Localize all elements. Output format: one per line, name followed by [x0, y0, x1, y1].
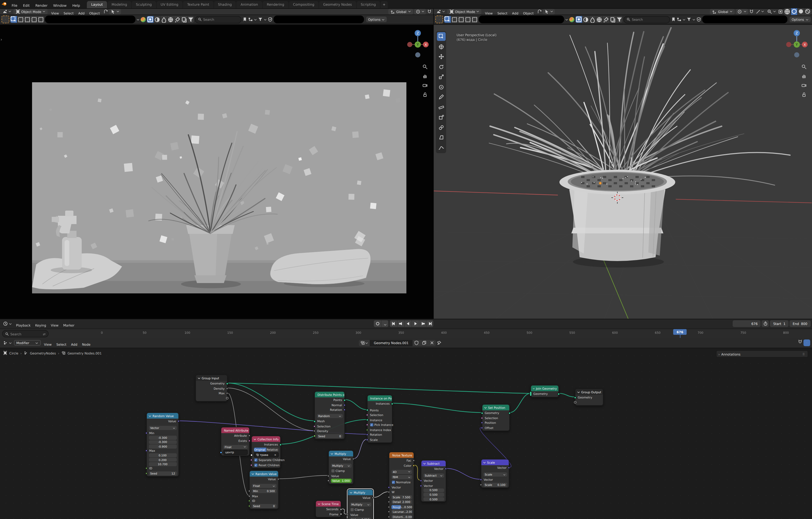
tool-transform[interactable] — [437, 83, 445, 91]
viewport-menu-view[interactable]: View — [483, 11, 495, 15]
tab-scripting[interactable]: Scripting — [356, 1, 380, 8]
tool-scale[interactable] — [437, 73, 445, 81]
dropdown-4d[interactable]: 4D — [391, 470, 412, 474]
field-seed[interactable]: Seed12 — [149, 471, 177, 475]
field-value[interactable]: Value1.000 — [331, 479, 351, 483]
camera-view-icon[interactable] — [801, 83, 806, 88]
node-header[interactable]: Group Output — [576, 389, 603, 395]
xray-toggle-icon[interactable] — [778, 9, 783, 14]
tab-sculpting[interactable]: Sculpting — [132, 1, 156, 8]
timeline-menu-keying[interactable]: Keying — [33, 324, 48, 327]
dropdown-multiply[interactable]: Multiply — [350, 503, 371, 507]
vector-component-field[interactable]: -0.300 — [149, 440, 177, 444]
gizmo-toggle[interactable] — [755, 9, 765, 14]
editor-type-button[interactable] — [2, 340, 13, 345]
vector-component-field[interactable]: 0.200 — [149, 458, 177, 462]
node-random-value-2[interactable]: Random ValueValueFloatMin0.500MaxIDSeed0 — [249, 470, 279, 509]
display-toggle-5[interactable] — [609, 16, 616, 23]
node-header[interactable]: Subtract — [422, 461, 446, 466]
dropdown-random[interactable]: Random — [317, 414, 343, 418]
select-mode-0[interactable] — [444, 16, 451, 23]
menu-render[interactable]: Render — [33, 4, 50, 8]
bookmark-icon[interactable] — [671, 17, 676, 22]
play-button[interactable] — [411, 320, 419, 327]
dropdown-vector[interactable]: Vector — [149, 426, 177, 430]
tool-move[interactable] — [437, 52, 445, 61]
tab-texture-paint[interactable]: Texture Paint — [183, 1, 213, 8]
viewport-menu-select[interactable]: Select — [61, 11, 76, 15]
segment-original[interactable]: Original — [254, 447, 266, 452]
tab-compositing[interactable]: Compositing — [289, 1, 318, 8]
current-frame-field[interactable]: 676 — [733, 320, 761, 327]
socket[interactable] — [530, 391, 532, 397]
vector-component-field[interactable]: -0.900 — [149, 444, 177, 448]
node-menu-node[interactable]: Node — [80, 343, 93, 346]
node-header[interactable]: Set Position — [483, 405, 509, 410]
fake-user-button[interactable] — [413, 340, 420, 346]
overlays-toggle[interactable] — [766, 9, 777, 14]
viewport-menu-add[interactable]: Add — [510, 11, 521, 15]
dropdown-multiply[interactable]: Multiply — [331, 464, 351, 468]
node-header[interactable]: Instance on Points — [368, 395, 392, 401]
select-mode-1[interactable] — [17, 16, 24, 23]
vector-component-field[interactable]: 0.500 — [423, 497, 444, 501]
select-mode-4[interactable] — [37, 16, 44, 23]
select-mode-0[interactable] — [10, 16, 17, 23]
display-toggle-1[interactable] — [582, 16, 589, 23]
vector-component-field[interactable]: 0.500 — [423, 493, 444, 497]
node-header[interactable]: Collection Info — [252, 436, 280, 442]
node-menu-view[interactable]: View — [41, 343, 54, 346]
play-reverse-button[interactable] — [404, 320, 411, 327]
outliner-filter-icon[interactable] — [677, 17, 682, 22]
node-tree-type-selector[interactable]: Modifier — [14, 340, 40, 346]
node-collection-info[interactable]: Collection InfoInstancesOriginalRelative… — [251, 436, 281, 468]
mode-selector[interactable]: Object Mode — [13, 9, 48, 14]
proportional-edit-button[interactable] — [736, 9, 748, 14]
node-group-input[interactable]: Group InputGeometryDensityMax — [196, 375, 228, 402]
socket[interactable] — [390, 403, 393, 405]
viewport-menu-object[interactable]: Object — [521, 11, 536, 15]
collection-field[interactable]: трава✕ — [254, 453, 279, 458]
node-menu-add[interactable]: Add — [69, 343, 80, 346]
blender-logo-icon[interactable] — [2, 1, 7, 7]
tab-uv-editing[interactable]: UV Editing — [156, 1, 182, 8]
tab-shading[interactable]: Shading — [214, 1, 236, 8]
zoom-icon[interactable] — [801, 64, 806, 69]
shading-mode-rendered[interactable] — [804, 8, 810, 15]
frame-end-field[interactable]: End800 — [789, 320, 810, 327]
use-preview-range-button[interactable] — [762, 320, 769, 327]
display-toggle-3[interactable] — [167, 16, 174, 23]
display-toggle-0[interactable] — [147, 16, 153, 23]
outliner-filter-icon[interactable] — [248, 17, 253, 22]
field-seed[interactable]: Seed0 — [317, 434, 343, 438]
tool-measure[interactable] — [437, 103, 445, 111]
node-random-value-1[interactable]: Random ValueValueVectorMin-0.300-0.300-0… — [146, 412, 179, 476]
node-group-output[interactable]: Group OutputGeometry — [575, 389, 603, 406]
checkbox-pick-instance[interactable]: ✓ — [370, 424, 373, 427]
tool-cursor[interactable] — [437, 42, 445, 51]
jump-to-start-button[interactable] — [390, 320, 397, 327]
tool-add-cube[interactable] — [437, 113, 445, 121]
node-header[interactable]: Distribute Points on Faces — [315, 392, 344, 398]
field-scale[interactable]: Scale7.500 — [391, 495, 412, 499]
node-header[interactable]: Noise Texture — [389, 452, 414, 458]
display-toggle-1[interactable] — [153, 16, 160, 23]
unlink-button[interactable] — [428, 340, 436, 346]
shield-check-icon[interactable] — [696, 17, 701, 22]
navigation-gizmo[interactable]: Z Y X — [785, 29, 808, 62]
field-seed[interactable]: Seed0 — [252, 504, 277, 508]
node-header[interactable]: Scale — [481, 460, 509, 465]
previous-keyframe-button[interactable] — [397, 320, 404, 327]
tool-duplicate[interactable] — [437, 123, 445, 132]
auto-keyframe-button[interactable] — [374, 320, 381, 327]
dropdown-subtract[interactable]: Subtract — [423, 474, 444, 478]
frame-start-field[interactable]: Start1 — [770, 320, 788, 327]
editor-type-button[interactable] — [435, 9, 446, 14]
display-toggle-6[interactable] — [187, 16, 194, 23]
tab-animation[interactable]: Animation — [236, 1, 262, 8]
field-lacunar-[interactable]: Lacunar...2.000 — [391, 510, 412, 514]
node-group-name[interactable]: Geometry Nodes.001 — [370, 340, 413, 346]
timeline-ruler[interactable]: Search⇄ 05010015020025030035040045050055… — [0, 329, 812, 338]
socket[interactable] — [508, 412, 511, 414]
options-button[interactable]: Options — [789, 17, 810, 22]
